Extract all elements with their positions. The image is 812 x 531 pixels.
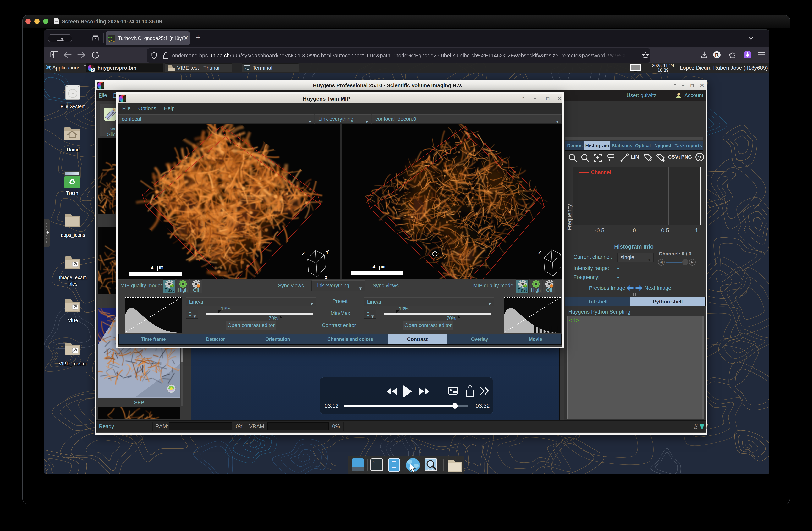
svg-text:X: X xyxy=(561,274,561,279)
svg-text:Z: Z xyxy=(302,250,305,256)
svg-text:Y: Y xyxy=(325,249,329,255)
svg-text:4 µm: 4 µm xyxy=(150,265,163,271)
svg-text:Z: Z xyxy=(538,250,541,255)
svg-text:4 µm: 4 µm xyxy=(372,264,385,270)
svg-text:X: X xyxy=(324,275,328,279)
